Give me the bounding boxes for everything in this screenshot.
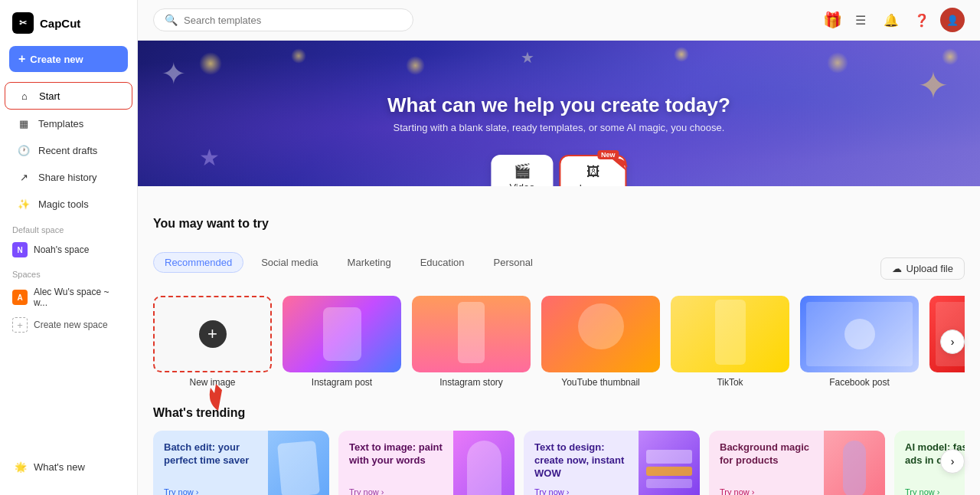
sidebar-item-share-history[interactable]: ↗ Share history: [5, 164, 132, 190]
create-btn-label: Create new: [30, 54, 83, 65]
home-icon: ⌂: [18, 89, 31, 103]
trending-title: What's trending: [153, 406, 965, 420]
hero-text-block: What can we help you create today? Start…: [387, 93, 730, 133]
trending-card-title: Text to image: paint with your words: [349, 441, 443, 467]
arrow-icon: ›: [752, 487, 755, 495]
sidebar-item-start[interactable]: ⌂ Start: [5, 82, 132, 110]
template-cards-row: + New image Instagram post: [153, 296, 965, 388]
help-button[interactable]: ❓: [910, 8, 934, 32]
sidebar-item-templates[interactable]: ▦ Templates: [5, 110, 132, 136]
sidebar: ✂ CapCut + Create new ⌂ Start ▦ Template…: [0, 0, 138, 495]
trending-card-title: Batch edit: your perfect time saver: [164, 441, 257, 467]
grid-button[interactable]: ☰: [848, 8, 873, 32]
instagram-story-thumb: [412, 296, 531, 372]
bottle-deco: [843, 441, 866, 496]
filter-education[interactable]: Education: [409, 252, 476, 273]
search-icon: 🔍: [165, 14, 178, 26]
deco-light: [291, 48, 306, 64]
try-now-label[interactable]: Try now ›: [905, 487, 965, 495]
alec-avatar: A: [12, 290, 28, 305]
main-content: 🔍 🎁 ☰ 🔔 ❓ 👤 ✦ ✦ ★ ★ What can we h: [138, 0, 980, 495]
deco-light: [199, 52, 222, 75]
sidebar-nav: ⌂ Start ▦ Templates 🕐 Recent drafts ↗ Sh…: [0, 81, 137, 218]
instagram-post-label: Instagram post: [283, 377, 401, 388]
thumb-decoration: [323, 307, 361, 361]
try-now-label[interactable]: Try now ›: [164, 487, 257, 495]
trending-text2img-card[interactable]: Text to image: paint with your words Try…: [338, 431, 514, 495]
sidebar-item-label: Start: [39, 90, 60, 102]
firework-right: ✦: [917, 64, 949, 108]
content-area: You may want to try Recommended Social m…: [138, 186, 980, 495]
plus-circle-icon: +: [199, 320, 227, 348]
noah-space-item[interactable]: N Noah's space: [0, 238, 137, 262]
new-image-red-arrow: [199, 376, 237, 415]
cards-next-button[interactable]: ›: [940, 329, 965, 354]
filter-social-media[interactable]: Social media: [250, 252, 329, 273]
search-input[interactable]: [184, 15, 402, 26]
avatar-deco: [844, 319, 875, 349]
instagram-story-label: Instagram story: [412, 377, 531, 388]
card-deco: [277, 441, 320, 495]
trending-card-content: Batch edit: your perfect time saver Try …: [153, 431, 268, 495]
trending-card-title: Background magic for products: [720, 441, 813, 467]
try-now-label[interactable]: Try now ›: [720, 487, 813, 495]
filter-tabs: Recommended Social media Marketing Educa…: [153, 252, 544, 273]
instagram-story-card[interactable]: Instagram story: [412, 296, 531, 388]
sidebar-item-recent-drafts[interactable]: 🕐 Recent drafts: [5, 137, 132, 163]
youtube-thumbnail-card[interactable]: YouTube thumbnail: [541, 296, 660, 388]
space-name: Alec Wu's space ~ w...: [34, 287, 125, 308]
create-new-button[interactable]: + Create new: [9, 46, 128, 72]
deco-light: [827, 52, 848, 74]
new-image-card[interactable]: + New image: [153, 296, 272, 388]
logo-text: CapCut: [40, 17, 80, 30]
magic-icon: ✨: [17, 197, 31, 211]
filter-marketing[interactable]: Marketing: [336, 252, 403, 273]
card-deco: [646, 450, 692, 464]
trending-section: What's trending Batch edit: your perfect…: [153, 406, 965, 495]
may-want-to-try-section: You may want to try Recommended Social m…: [153, 217, 965, 388]
gift-button[interactable]: 🎁: [823, 11, 842, 29]
hero-subtitle: Starting with a blank slate, ready templ…: [387, 122, 730, 133]
filter-recommended[interactable]: Recommended: [153, 252, 243, 273]
hero-tab-video[interactable]: 🎬 Video: [491, 155, 553, 186]
new-image-thumb: +: [153, 296, 272, 372]
instagram-post-thumb: [283, 296, 401, 372]
arrow-icon: ›: [937, 487, 940, 495]
trending-batch-card[interactable]: Batch edit: your perfect time saver Try …: [153, 431, 329, 495]
user-avatar[interactable]: 👤: [940, 8, 965, 32]
sidebar-bottom: 🌟 What's new: [0, 447, 137, 486]
logo-area: ✂ CapCut: [0, 9, 137, 46]
trending-next-button[interactable]: ›: [940, 449, 965, 474]
trending-card-image: [639, 431, 700, 495]
search-bar[interactable]: 🔍: [153, 8, 413, 31]
sidebar-item-label: Magic tools: [38, 198, 89, 210]
trending-card-content: Text to image: paint with your words Try…: [338, 431, 453, 495]
trending-card-content: Text to design: create now, instant WOW …: [524, 431, 639, 495]
youtube-label: YouTube: [929, 377, 965, 388]
upload-file-button[interactable]: ☁ Upload file: [880, 257, 965, 280]
sidebar-item-magic-tools[interactable]: ✨ Magic tools: [5, 191, 132, 217]
bell-button[interactable]: 🔔: [879, 8, 903, 32]
noah-avatar: N: [12, 242, 28, 257]
trending-card-image: [268, 431, 329, 495]
try-now-label[interactable]: Try now ›: [349, 487, 443, 495]
tiktok-card[interactable]: TikTok: [671, 296, 789, 388]
trending-text2design-card[interactable]: Text to design: create now, instant WOW …: [524, 431, 700, 495]
video-icon: 🎬: [514, 162, 531, 179]
trending-cards-row: Batch edit: your perfect time saver Try …: [153, 431, 965, 495]
arrow-icon: ›: [381, 487, 384, 495]
try-now-label[interactable]: Try now ›: [534, 487, 628, 495]
instagram-post-card[interactable]: Instagram post: [283, 296, 401, 388]
trending-bg-card[interactable]: Background magic for products Try now ›: [709, 431, 885, 495]
arrow-icon: ›: [196, 487, 199, 495]
sidebar-item-label: Share history: [38, 172, 97, 183]
trending-card-title: Text to design: create now, instant WOW: [534, 441, 628, 480]
alec-space-item[interactable]: A Alec Wu's space ~ w...: [0, 282, 137, 313]
facebook-post-thumb: [800, 296, 919, 372]
filter-personal[interactable]: Personal: [482, 252, 544, 273]
image-tab-icon: 🖼: [586, 164, 600, 180]
create-new-space-item[interactable]: + Create new space: [0, 313, 137, 337]
facebook-post-card[interactable]: Facebook post: [800, 296, 919, 388]
whats-new-item[interactable]: 🌟 What's new: [5, 454, 132, 480]
tab-video-label: Video: [509, 182, 534, 186]
